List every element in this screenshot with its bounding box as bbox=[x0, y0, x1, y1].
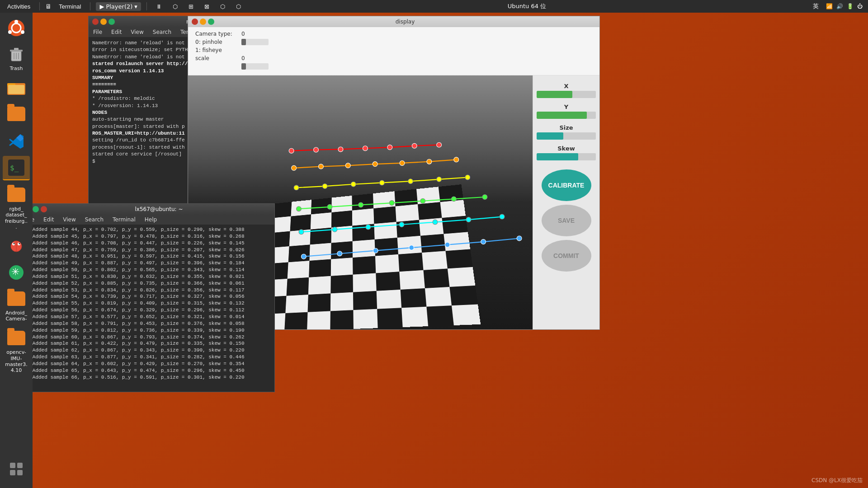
opencv-icon bbox=[6, 328, 26, 348]
option-0-label: 0: pinhole bbox=[195, 39, 236, 45]
y-metric: Y bbox=[537, 103, 596, 119]
t2-menu-view[interactable]: View bbox=[61, 216, 77, 224]
player-badge[interactable]: ▶ Player(2) ▾ bbox=[96, 2, 141, 11]
sidebar-item-robot[interactable] bbox=[3, 102, 30, 127]
sidebar-item-vscode[interactable] bbox=[3, 130, 30, 153]
display-top-panel: Camera type: 0 0: pinhole 1: fisheye sca… bbox=[188, 27, 599, 75]
svg-rect-29 bbox=[10, 470, 15, 475]
roscore-menu-file[interactable]: File bbox=[91, 28, 104, 36]
sidebar-item-bug[interactable] bbox=[3, 235, 30, 258]
svg-point-34 bbox=[363, 146, 368, 151]
terminal2-max-btn[interactable] bbox=[33, 206, 39, 212]
scale-thumb[interactable] bbox=[241, 63, 246, 70]
t2-menu-help[interactable]: Help bbox=[143, 216, 159, 224]
roscore-menu-search[interactable]: Search bbox=[151, 28, 173, 36]
display-close-btn[interactable] bbox=[192, 19, 198, 25]
camera-type-thumb[interactable] bbox=[241, 39, 246, 45]
language-btn[interactable]: 英 bbox=[809, 1, 822, 11]
sidebar-item-opencv[interactable]: opencv-IMU-master3.4.10 bbox=[3, 326, 30, 375]
sidebar-item-trash[interactable]: Trash bbox=[3, 42, 30, 73]
sidebar-item-ubuntu[interactable] bbox=[3, 16, 30, 40]
roscore-max-btn[interactable] bbox=[108, 19, 115, 25]
extra-btn[interactable]: ⬡ bbox=[232, 2, 245, 11]
svg-point-22 bbox=[14, 243, 15, 244]
skew-bar-fill bbox=[537, 153, 578, 160]
display-min-btn[interactable] bbox=[200, 19, 206, 25]
sidebar-item-terminal[interactable]: $_ bbox=[3, 156, 30, 180]
svg-point-44 bbox=[454, 157, 459, 162]
record-btn[interactable]: ⊠ bbox=[201, 2, 213, 11]
android-camera-icon bbox=[6, 289, 26, 309]
robot-icon bbox=[6, 104, 26, 124]
svg-point-31 bbox=[289, 148, 294, 153]
svg-point-71 bbox=[481, 239, 486, 244]
commit-button[interactable]: COMMIT bbox=[542, 240, 591, 272]
display-title: display bbox=[396, 19, 415, 25]
save-button[interactable]: SAVE bbox=[542, 205, 591, 236]
sidebar-item-android-camera[interactable]: Android_Camera- bbox=[3, 287, 30, 324]
svg-point-65 bbox=[500, 214, 505, 219]
x-metric: X bbox=[537, 83, 596, 98]
svg-rect-7 bbox=[14, 48, 19, 50]
terminal2-close-btn[interactable] bbox=[41, 206, 47, 212]
roscore-close-btn[interactable] bbox=[92, 19, 99, 25]
sidebar-item-star[interactable]: ✳ bbox=[3, 261, 30, 284]
power-icon: ⏻ bbox=[857, 3, 863, 9]
step-btn[interactable]: ⬡ bbox=[169, 2, 181, 11]
svg-point-38 bbox=[292, 165, 297, 170]
battery-icon: 🔋 bbox=[847, 3, 854, 9]
size-label: Size bbox=[559, 124, 573, 131]
t2-menu-search[interactable]: Search bbox=[83, 216, 105, 224]
rgbd-icon bbox=[6, 185, 26, 205]
svg-point-2 bbox=[14, 20, 18, 23]
roscore-menu-view[interactable]: View bbox=[129, 28, 145, 36]
skew-metric: Skew bbox=[537, 145, 596, 160]
size-metric: Size bbox=[537, 124, 596, 140]
files-icon bbox=[6, 78, 26, 98]
taskbar: Activities 🖥 Terminal ▶ Player(2) ▾ ⏸ ⬡ … bbox=[0, 0, 868, 13]
camera-type-slider[interactable] bbox=[241, 39, 269, 45]
roscore-min-btn[interactable] bbox=[100, 19, 107, 25]
vscode-icon bbox=[6, 131, 26, 151]
camera-type-slider-container bbox=[241, 39, 269, 45]
svg-point-72 bbox=[517, 236, 522, 241]
svg-rect-13 bbox=[8, 85, 24, 94]
sidebar-item-rgbd[interactable]: rgbd_dataset_freiburg... bbox=[3, 183, 30, 232]
terminal2-body: ** Added sample 44, p_x = 0.702, p_y = 0… bbox=[21, 225, 274, 392]
rgbd-label: rgbd_dataset_freiburg... bbox=[5, 206, 28, 230]
t2-menu-terminal[interactable]: Terminal bbox=[111, 216, 137, 224]
x-bar-bg bbox=[537, 91, 596, 98]
pause-btn[interactable]: ⏸ bbox=[152, 2, 165, 11]
config-btn[interactable]: ⬡ bbox=[217, 2, 229, 11]
svg-rect-28 bbox=[17, 463, 23, 468]
size-bar-bg bbox=[537, 132, 596, 140]
taskbar-separator-2 bbox=[90, 2, 90, 10]
sidebar-apps-grid[interactable] bbox=[3, 457, 30, 481]
sidebar-item-files[interactable] bbox=[3, 76, 30, 99]
scale-slider[interactable] bbox=[241, 63, 269, 70]
display-max-btn[interactable] bbox=[208, 19, 214, 25]
ubuntu-logo bbox=[6, 18, 26, 38]
svg-rect-27 bbox=[10, 463, 15, 468]
roscore-controls bbox=[92, 19, 115, 25]
y-bar-fill bbox=[537, 112, 587, 119]
sidebar: Trash $_ bbox=[0, 13, 33, 488]
svg-point-33 bbox=[338, 147, 343, 152]
roscore-menu-edit[interactable]: Edit bbox=[109, 28, 123, 36]
layout-btn[interactable]: ⊞ bbox=[185, 2, 197, 11]
display-titlebar: display bbox=[188, 16, 599, 27]
opencv-label: opencv-IMU-master3.4.10 bbox=[5, 349, 28, 373]
trash-label: Trash bbox=[9, 66, 23, 71]
activities-button[interactable]: Activities bbox=[4, 2, 34, 11]
t2-menu-edit[interactable]: Edit bbox=[42, 216, 56, 224]
calibrate-button[interactable]: CALIBRATE bbox=[542, 169, 591, 201]
terminal-menu-button[interactable]: Terminal bbox=[55, 2, 85, 11]
skew-label: Skew bbox=[557, 145, 575, 152]
svg-text:$_: $_ bbox=[10, 164, 19, 172]
svg-point-40 bbox=[345, 163, 350, 168]
taskbar-separator bbox=[39, 2, 40, 10]
svg-point-36 bbox=[412, 143, 417, 148]
taskbar-left: Activities 🖥 Terminal ▶ Player(2) ▾ ⏸ ⬡ … bbox=[0, 2, 245, 11]
network-icon: 📶 bbox=[826, 3, 833, 9]
taskbar-sep-3 bbox=[146, 2, 147, 10]
